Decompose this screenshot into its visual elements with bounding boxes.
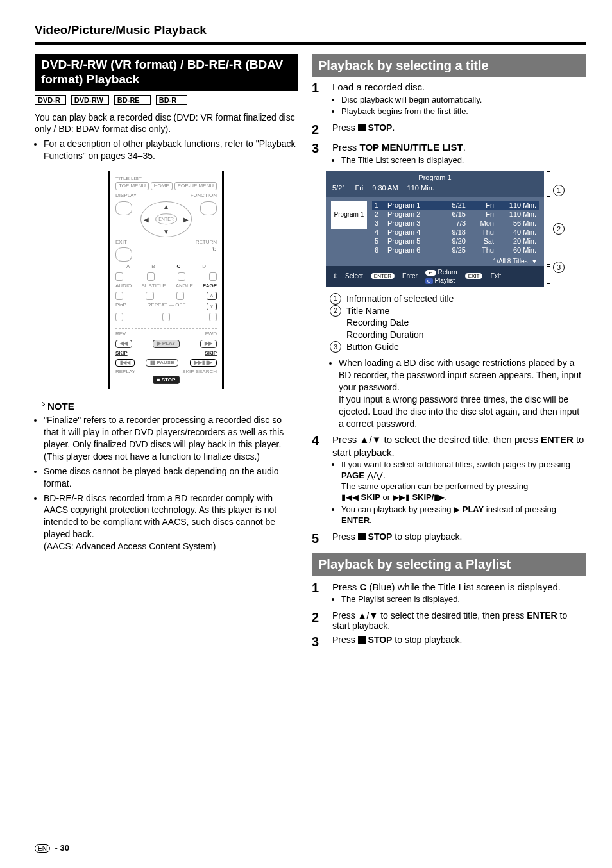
tl-row-1: 1 Program 15/21Fri110 Min. — [372, 201, 539, 210]
dpad-right-icon: ▶ — [183, 215, 189, 222]
tl-return-icon: ↩ — [425, 270, 436, 276]
dpad-down-icon: ▼ — [163, 228, 169, 235]
tl-playlist: Playlist — [434, 277, 455, 284]
remote-rev-btn: ◀◀ — [115, 340, 132, 348]
title-list-screen: Program 1 5/21 Fri 9:30 AM 110 Min. Prog… — [326, 171, 544, 287]
step-5-num: 5 — [312, 531, 326, 546]
step-4-sub-2: You can playback by pressing PLAY instea… — [341, 505, 586, 526]
section-playback-playlist: Playback by selecting a Playlist — [312, 553, 586, 576]
remote-fwd-btn: ▶▶ — [200, 340, 217, 348]
page-header: Video/Picture/Music Playback — [35, 23, 586, 42]
step-4-num: 4 — [312, 433, 326, 527]
step-3: Press TOP MENU/TITLE LIST. — [332, 141, 586, 154]
remote-audio-btn — [115, 292, 123, 300]
pl-step-1: Press C (Blue) while the Title List scre… — [332, 581, 586, 594]
header-rule — [35, 42, 586, 45]
remote-off-btn — [209, 313, 217, 321]
note-1: "Finalize" refers to a recorder processi… — [44, 414, 298, 463]
remote-page-up-btn: ∧ — [207, 292, 217, 300]
bd-note: When loading a BD disc with usage restri… — [339, 357, 586, 430]
remote-dpad: ▲ ▼ ◀ ▶ ENTER — [140, 201, 192, 237]
chapter-fwd-icon: ▮▶ — [434, 492, 445, 502]
tl-playlist-icon: C — [425, 278, 433, 284]
callout-2: 2 — [553, 223, 565, 235]
pl-step-2: Press / to select the desired title, the… — [332, 610, 586, 631]
remote-c-btn — [178, 272, 185, 281]
tl-enter: Enter — [402, 272, 418, 280]
legend-2b: Recording Date — [346, 317, 409, 328]
tl-info-date: 5/21 — [332, 184, 346, 192]
callout-1: 1 — [553, 185, 565, 196]
badge-bd-r: BD-R — [156, 95, 188, 105]
dpad-left-icon: ◀ — [144, 215, 149, 222]
remote-stop-btn: ■ STOP — [153, 376, 180, 384]
remote-repeat-btn — [162, 313, 170, 321]
step-3-sub: The Title List screen is displayed. — [341, 155, 586, 166]
pl-step-3-num: 3 — [312, 635, 326, 649]
remote-angle-btn — [176, 292, 184, 300]
legend-3-num: 3 — [330, 341, 341, 353]
step-1: Load a recorded disc. — [332, 81, 586, 94]
down-icon-2 — [369, 610, 378, 621]
remote-home: HOME — [151, 182, 173, 190]
remote-fwd: FWD — [205, 331, 217, 337]
remote-subtitle-btn — [146, 292, 153, 300]
step-3-num: 3 — [312, 141, 326, 167]
up-icon — [360, 434, 370, 445]
tl-enter-icon: ENTER — [371, 273, 395, 279]
legend-2c: Recording Duration — [346, 330, 424, 340]
remote-play-btn: ▶ PLAY — [153, 340, 180, 348]
remote-angle: ANGLE — [176, 283, 193, 289]
step-4: Press / to select the desired title, the… — [332, 433, 586, 458]
remote-display-btn — [115, 201, 132, 215]
tl-row-5: 5 Program 59/20Sat20 Min. — [372, 237, 539, 246]
tl-heading: Program 1 — [332, 174, 538, 181]
remote-skip-l: SKIP — [115, 351, 128, 356]
remote-title-list: TITLE LIST — [115, 176, 217, 182]
remote-repeat: REPEAT — [148, 302, 167, 308]
bd-note-2: If you input a wrong password three time… — [339, 394, 579, 429]
tl-row-2: 2 Program 26/15Fri110 Min. — [372, 210, 539, 219]
remote-return: RETURN — [196, 240, 217, 246]
aacs-line: (AACS: Advanced Access Content System) — [44, 541, 216, 551]
step-1-sub-2: Playback begins from the first title. — [341, 106, 586, 117]
remote-a: A — [126, 264, 130, 270]
step-1-num: 1 — [312, 81, 326, 119]
remote-b: B — [151, 264, 155, 270]
note-2: Some discs cannot be played back dependi… — [44, 465, 298, 490]
intro-bullet: For a description of other playback func… — [44, 138, 298, 162]
remote-skip-r: SKIP — [205, 351, 217, 356]
step-2-num: 2 — [312, 122, 326, 137]
remote-off: OFF — [175, 302, 185, 308]
section-title-left: DVD-R/-RW (VR format) / BD-RE/-R (BDAV f… — [35, 54, 298, 91]
tl-info-time: 9:30 AM — [372, 184, 398, 192]
tl-updown-icon: ⇕ — [332, 272, 337, 280]
remote-popup: POP-UP MENU — [174, 182, 217, 190]
legend-1: Information of selected title — [346, 293, 454, 305]
tl-exit: Exit — [490, 272, 501, 280]
remote-subtitle: SUBTITLE — [141, 283, 166, 289]
step-4-sub-1: If you want to select additional titles,… — [341, 460, 586, 503]
tl-return: Return — [438, 269, 457, 276]
tl-select: Select — [345, 272, 363, 280]
footer-page: 30 — [60, 843, 69, 853]
remote-skip-fwd-btn: ▶▶▮ ▮▶ — [190, 359, 217, 367]
tl-row-6: 6 Program 69/25Thu60 Min. — [372, 246, 539, 255]
page-footer: EN - 30 — [35, 843, 69, 853]
badge-dvd-rw: DVD-RW — [71, 95, 109, 105]
skip-fwd-icon — [393, 492, 410, 502]
remote-skipsearch: SKIP SEARCH — [182, 369, 217, 375]
skip-back-icon — [341, 492, 359, 502]
remote-return-icon: ↻ — [212, 247, 217, 262]
step-1-sub-1: Disc playback will begin automatically. — [341, 95, 586, 106]
remote-pinp: PinP — [115, 303, 126, 311]
note-title: NOTE — [47, 401, 74, 412]
remote-b-btn — [147, 272, 155, 281]
legend-2-num: 2 — [330, 305, 341, 317]
pl-step-3: Press STOP to stop playback. — [332, 635, 586, 649]
remote-function-btn — [200, 201, 217, 215]
note-icon — [35, 403, 44, 410]
remote-replay: REPLAY — [115, 369, 135, 375]
step-2: Press STOP. — [332, 122, 586, 137]
stop-icon-2 — [358, 533, 366, 540]
